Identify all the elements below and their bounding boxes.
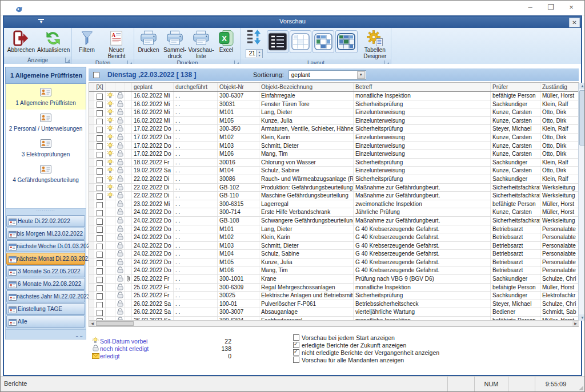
sidebar-category[interactable]: 3 Elektroprüfungen	[6, 135, 86, 161]
row-checkbox[interactable]	[97, 110, 103, 116]
row-checkbox[interactable]	[97, 168, 103, 175]
close-button[interactable]: ×	[563, 2, 580, 13]
layout-grid-colored-button[interactable]	[312, 30, 334, 53]
column-header-lock[interactable]	[115, 83, 125, 91]
layout-grid-light-button[interactable]	[290, 30, 311, 53]
row-checkbox[interactable]	[97, 244, 103, 250]
scroll-right-button[interactable]: ▶	[572, 321, 579, 326]
sidebar-category[interactable]: 1 Allgemeine Prüffristen	[6, 84, 86, 110]
column-header-pruefer[interactable]: Prüfer	[491, 83, 540, 91]
overflow-chevron-icon[interactable]: ⌄⌄	[75, 333, 83, 338]
sidebar-category[interactable]: 2 Personal / Unterweisungen	[6, 110, 86, 135]
table-row[interactable]: 22.02.2022 Di. .GB-110Maschine Gefährdun…	[89, 192, 579, 200]
table-row[interactable]: 16.02.2022 Mi. .300-6307Einfahrregalemon…	[89, 92, 579, 100]
table-row[interactable]: 24.02.2022 Do. .M102Klein, KarinG 40 Kre…	[89, 233, 579, 242]
scroll-left-button[interactable]: ◀	[89, 321, 95, 326]
column-header-objekt-bezeichnung[interactable]: Objekt-Bezeichnung	[259, 83, 354, 91]
table-row[interactable]: 24.02.2022 Do. .M104Schulz, SabineG 40 K…	[89, 250, 579, 258]
row-checkbox[interactable]	[97, 293, 103, 300]
column-header-clip[interactable]	[125, 83, 132, 91]
select-all-checkbox[interactable]	[93, 72, 99, 78]
table-row[interactable]: 24.02.2022 Do. .M103Schmitt, DieterG 40 …	[89, 242, 579, 250]
row-checkbox[interactable]	[97, 252, 103, 258]
layout-list-view-button[interactable]	[267, 30, 289, 53]
table-row[interactable]: 24.02.2022 Do. .300-714Erste Hilfe Verba…	[89, 208, 579, 217]
period-button[interactable]: Einstellung TAGE	[6, 303, 85, 315]
row-checkbox[interactable]	[97, 160, 103, 167]
period-button[interactable]: nächste Woche Di.01.03.2022	[6, 240, 85, 252]
vertical-scroll-thumb[interactable]	[579, 90, 585, 146]
table-row[interactable]: 25.02.2022 Fr. .300-6309Regal Mehrgescho…	[89, 284, 579, 292]
row-checkbox[interactable]	[97, 235, 103, 241]
table-row[interactable]: 23.02.2022 Mi. .300-6315Lagerregalzweimo…	[89, 200, 579, 209]
row-checkbox[interactable]	[97, 202, 103, 208]
ribbon-close-button[interactable]: ✕	[569, 18, 580, 27]
table-row[interactable]: 17.02.2022 Do. .M106Mang, TimEinzelunter…	[89, 150, 579, 159]
period-button[interactable]: 6 Monate Mo.22.08.2022	[6, 278, 85, 290]
row-checkbox[interactable]	[97, 152, 103, 158]
row-checkbox[interactable]	[97, 119, 103, 125]
table-row[interactable]: 25.02.2022 Fr. .30025Elektrische Anlagen…	[89, 292, 579, 300]
period-button[interactable]: bis Morgen Mi.23.02.2022	[6, 228, 85, 240]
table-row[interactable]: 16.02.2022 Mi. .M105Kunze, JuliaEinzelun…	[89, 117, 579, 126]
table-row[interactable]: 26.02.2022 Sa. .100-01Pulverlöscher F-P0…	[89, 300, 579, 309]
dialog-launcher-icon[interactable]	[65, 58, 70, 63]
neuer-bericht-button[interactable]: A Neuer Bericht	[101, 29, 133, 59]
option-checkbox[interactable]	[293, 349, 299, 355]
table-row[interactable]: 17.02.2022 Do. .M103Schmitt, DieterEinze…	[89, 142, 579, 151]
row-checkbox[interactable]	[97, 102, 103, 108]
period-button[interactable]: 3 Monate So.22.05.2022	[6, 265, 85, 277]
row-checkbox[interactable]	[97, 260, 103, 266]
row-checkbox[interactable]	[97, 94, 103, 100]
row-checkbox[interactable]	[97, 219, 103, 225]
option-row[interactable]: erledigte Berichte der Zukunft anzeigen	[293, 341, 439, 349]
table-row[interactable]: 24.02.2022 Do. .M101Lang, DieterG 40 Kre…	[89, 225, 579, 234]
minimize-button[interactable]: –	[522, 2, 539, 13]
table-row[interactable]: 16.02.2022 Mi. .30031Fenster Türen ToreS…	[89, 100, 579, 109]
row-checkbox[interactable]	[97, 302, 103, 308]
aktualisieren-button[interactable]: Aktualisieren	[37, 29, 69, 53]
column-header-select[interactable]: [X]	[94, 83, 106, 91]
column-header-geplant[interactable]: geplant	[132, 83, 174, 91]
horizontal-scroll-thumb[interactable]	[96, 321, 134, 326]
table-row[interactable]: 24.02.2022 Do. .M105Kunze, JuliaG 40 Kre…	[89, 258, 579, 267]
row-checkbox[interactable]	[97, 135, 103, 142]
column-header-zustaendig[interactable]: Zuständig	[540, 83, 579, 91]
drucken-button[interactable]: Drucken	[135, 29, 162, 53]
period-button[interactable]: nächste Monat Di.22.03.2022	[6, 253, 85, 265]
table-row[interactable]: 25.02.2022 Fr. .300-1001KranePrüfung nac…	[89, 275, 579, 284]
maximize-button[interactable]: ❒	[542, 2, 559, 13]
sidebar-category[interactable]: 4 Gefährdungsbeurteilung	[6, 161, 86, 187]
column-header-durchgefuehrt[interactable]: durchgeführt	[174, 83, 218, 91]
table-row[interactable]: 17.02.2022 Do. .M102Klein, KarinEinzelun…	[89, 134, 579, 142]
vertical-scrollbar[interactable]: ▲ ▼	[578, 83, 585, 321]
row-checkbox[interactable]	[97, 143, 103, 149]
abbrechen-button[interactable]: Abbrechen	[5, 29, 37, 53]
option-checkbox[interactable]	[293, 357, 299, 363]
filtern-button[interactable]: Filtern	[73, 29, 101, 53]
scroll-down-button[interactable]: ▼	[579, 314, 585, 321]
row-checkbox[interactable]	[97, 268, 103, 274]
period-button[interactable]: nächstes Jahr Mi.22.02.2023	[6, 290, 85, 302]
table-row[interactable]: 24.02.2022 Do. .GB-108Schwangere Gefährd…	[89, 217, 579, 225]
row-checkbox[interactable]	[97, 177, 103, 183]
table-row[interactable]: 19.02.2022 Sa. .M104Schulz, SabineEinzel…	[89, 167, 579, 175]
column-header-bulb[interactable]	[106, 83, 115, 91]
sidebar-splitter[interactable]: ··········	[5, 209, 86, 214]
dropdown-arrow-icon[interactable]: ▼	[357, 71, 365, 79]
column-header-betreff[interactable]: Betreff	[354, 83, 491, 91]
row-checkbox[interactable]	[97, 127, 103, 133]
period-button[interactable]: Alle	[6, 316, 85, 328]
tabellen-designer-button[interactable]: Tabellen Designer	[360, 29, 390, 59]
table-row[interactable]: 17.02.2022 Do. .300-350Armaturen, Ventil…	[89, 125, 579, 134]
option-checkbox[interactable]	[293, 334, 299, 341]
sort-select[interactable]: geplant ▼	[289, 70, 366, 80]
table-row[interactable]: 22.02.2022 Di. .GB-102Produktion: Gefähr…	[89, 184, 579, 192]
option-row[interactable]: nicht erledigte Berichte der Vergangenhe…	[293, 349, 439, 356]
row-checkbox[interactable]	[97, 277, 103, 283]
layout-grid-dark-button[interactable]	[335, 30, 357, 53]
column-header-objekt-nr[interactable]: Objekt-Nr	[218, 83, 259, 91]
row-height-spinner[interactable]: 21 ▲▼	[246, 49, 263, 58]
row-checkbox[interactable]	[97, 227, 103, 233]
row-checkbox[interactable]	[97, 310, 103, 316]
